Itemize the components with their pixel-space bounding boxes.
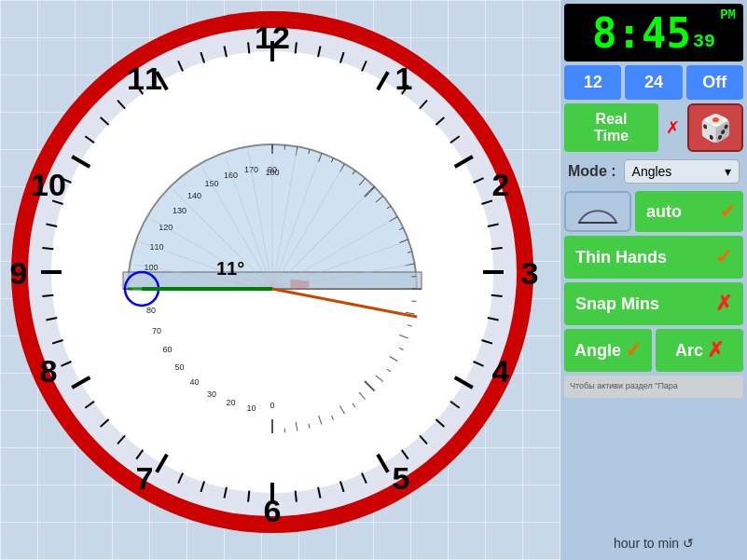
svg-text:80: 80 bbox=[146, 306, 156, 315]
protractor-auto-row: auto ✓ bbox=[564, 191, 743, 232]
real-time-row: Real Time ✗ 🎲 bbox=[564, 103, 743, 152]
hour-10: 10 bbox=[31, 167, 66, 202]
snap-mins-label: Snap Mins bbox=[575, 294, 659, 314]
svg-text:60: 60 bbox=[162, 345, 172, 354]
minutes-display: 45 bbox=[642, 9, 691, 57]
btn-off-hour[interactable]: Off bbox=[686, 65, 743, 100]
btn-arc[interactable]: Arc ✗ bbox=[656, 329, 743, 372]
protractor-icon-button[interactable] bbox=[564, 191, 631, 232]
svg-text:40: 40 bbox=[189, 377, 199, 387]
svg-text:110: 110 bbox=[149, 242, 163, 252]
real-time-label-line1: Real bbox=[596, 111, 628, 128]
hour-5: 5 bbox=[393, 460, 410, 496]
angle-label-text: Angle bbox=[574, 341, 621, 361]
svg-line-98 bbox=[491, 295, 503, 296]
svg-text:70: 70 bbox=[152, 326, 161, 335]
real-time-label-line2: Time bbox=[594, 128, 629, 144]
svg-text:50: 50 bbox=[174, 362, 184, 372]
svg-text:30: 30 bbox=[207, 389, 216, 399]
hour-2: 2 bbox=[492, 167, 510, 202]
colon-display: : bbox=[617, 9, 643, 57]
am-pm-label: PM bbox=[720, 7, 736, 22]
svg-text:130: 130 bbox=[173, 206, 187, 215]
hour-11: 11 bbox=[127, 61, 162, 96]
svg-text:11°: 11° bbox=[216, 258, 244, 279]
svg-line-111 bbox=[296, 491, 297, 502]
hour-9: 9 bbox=[10, 255, 28, 291]
auto-label: auto bbox=[646, 202, 682, 222]
btn-angle[interactable]: Angle ✓ bbox=[564, 329, 652, 372]
mode-label: Mode : bbox=[568, 163, 616, 180]
mode-value: Angles bbox=[632, 164, 672, 179]
btn-thin-hands[interactable]: Thin Hands ✓ bbox=[564, 236, 743, 279]
svg-line-83 bbox=[296, 42, 297, 53]
hour-8: 8 bbox=[40, 353, 58, 389]
btn-24-hour[interactable]: 24 bbox=[625, 65, 682, 100]
hour-7: 7 bbox=[136, 460, 154, 496]
svg-text:20: 20 bbox=[227, 398, 236, 407]
svg-line-126 bbox=[42, 295, 53, 296]
btn-snap-mins[interactable]: Snap Mins ✗ bbox=[564, 282, 743, 325]
btn-real-time[interactable]: Real Time bbox=[564, 103, 658, 152]
angle-checkmark-icon: ✓ bbox=[625, 338, 642, 362]
auto-checkmark-icon: ✓ bbox=[719, 199, 736, 224]
svg-text:0: 0 bbox=[270, 401, 274, 410]
arc-label-text: Arc bbox=[675, 341, 703, 361]
btn-12-hour[interactable]: 12 bbox=[564, 65, 621, 100]
mode-row: Mode : Angles ▾ bbox=[564, 156, 743, 187]
svg-line-96 bbox=[491, 248, 503, 249]
snap-mins-cross-icon: ✗ bbox=[715, 292, 732, 316]
hour-to-min[interactable]: hour to min ↺ bbox=[564, 530, 743, 556]
dice-icon: 🎲 bbox=[699, 113, 732, 143]
angle-arc-row: Angle ✓ Arc ✗ bbox=[564, 329, 743, 372]
btn-auto[interactable]: auto ✓ bbox=[635, 191, 743, 232]
clock-container: 12 1 2 3 4 5 6 7 8 9 10 11 bbox=[0, 0, 560, 560]
right-panel: PM 8 : 45 39 12 24 Off Real Time ✗ 🎲 Mod… bbox=[560, 0, 747, 560]
hour-mode-row: 12 24 Off bbox=[564, 65, 743, 100]
mode-dropdown[interactable]: Angles ▾ bbox=[624, 159, 740, 184]
svg-line-128 bbox=[42, 248, 53, 249]
activation-area: Чтобы активи раздел "Пара bbox=[564, 376, 743, 526]
thin-hands-checkmark-icon: ✓ bbox=[715, 245, 732, 269]
hour-3: 3 bbox=[521, 255, 539, 291]
hours-display: 8 bbox=[592, 9, 617, 57]
digital-clock-display: PM 8 : 45 39 bbox=[564, 4, 743, 61]
seconds-display: 39 bbox=[693, 31, 715, 52]
hour-4: 4 bbox=[492, 353, 510, 389]
svg-text:10: 10 bbox=[246, 403, 256, 413]
activation-text: Чтобы активи раздел "Пара bbox=[564, 376, 743, 398]
svg-line-113 bbox=[248, 491, 249, 502]
mode-chevron-icon: ▾ bbox=[725, 164, 731, 179]
svg-text:140: 140 bbox=[187, 191, 201, 200]
real-time-cross: ✗ bbox=[662, 103, 684, 152]
svg-line-141 bbox=[248, 42, 249, 53]
dice-button[interactable]: 🎲 bbox=[687, 103, 743, 152]
thin-hands-label: Thin Hands bbox=[575, 248, 667, 267]
arc-cross-icon: ✗ bbox=[707, 338, 724, 362]
hour-to-min-label: hour to min ↺ bbox=[614, 536, 694, 551]
